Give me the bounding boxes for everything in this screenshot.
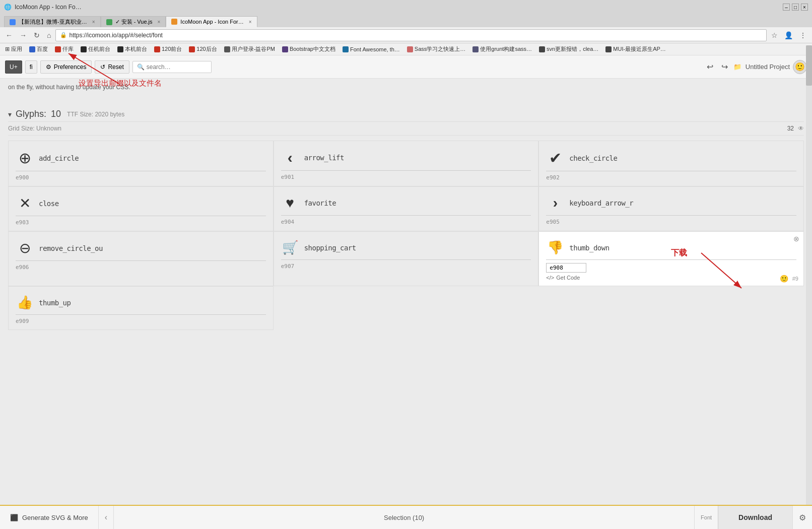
url-text: https://icomoon.io/app/#/select/font [69, 32, 762, 39]
preferences-label: Preferences [54, 63, 87, 71]
divider [16, 260, 266, 261]
prev-nav-button[interactable]: ‹ [99, 506, 114, 529]
bookmark-120b[interactable]: 120后台 [187, 45, 219, 53]
bookmark-baidu[interactable]: 百度 [27, 45, 50, 53]
preferences-button[interactable]: ⚙ Preferences [40, 60, 92, 74]
bookmark-bootstrap[interactable]: Bootstrap中文文档 [280, 45, 337, 53]
main-content: on the fly, without having to update you… [0, 79, 812, 340]
bookmark-svn-label: svn更新报错，clea… [547, 45, 598, 53]
search-icon: 🔍 [137, 63, 145, 71]
divider [546, 171, 796, 171]
bookmark-pm[interactable]: 用户登录-益谷PM [222, 45, 277, 53]
tab-favicon-icomoon [171, 19, 177, 25]
code-input[interactable] [546, 263, 586, 273]
bookmark-r1[interactable]: 任机前台 [79, 45, 112, 53]
thumb-up-code: e909 [16, 318, 266, 324]
download-button[interactable]: Download [718, 506, 792, 529]
annotation-area: 设置导出前缀以及文件名 [8, 94, 804, 124]
bookmark-r2[interactable]: 本机前台 [115, 45, 149, 53]
minimize-button[interactable]: – [783, 4, 790, 11]
forward-button[interactable]: → [17, 30, 29, 41]
bottom-bar: ⬛ Generate SVG & More ‹ Selection (10) F… [0, 505, 812, 529]
tab-icomoon[interactable]: IcoMoon App - Icon For… × [166, 16, 257, 27]
font-label-area: Font [694, 506, 718, 529]
reset-label: Reset [108, 63, 123, 71]
get-code-label: Get Code [556, 275, 580, 281]
scroll-thumb[interactable] [806, 45, 812, 86]
bookmark-qianku[interactable]: 仟库 [53, 45, 76, 53]
emoji-icon[interactable]: 🙂 [780, 275, 788, 283]
arrow-lift-name: arrow_lift [304, 154, 344, 162]
bookmark-qianku-label: 仟库 [62, 45, 74, 53]
title-bar-left: 🌐 IcoMoon App - Icon Fo… [4, 4, 82, 11]
bookmark-120b-label: 120后台 [196, 45, 217, 53]
bookmark-bootstrap-icon [282, 46, 288, 52]
tab-close-icomoon[interactable]: × [249, 19, 252, 25]
divider [16, 314, 266, 315]
gear-icon: ⚙ [46, 63, 51, 71]
bookmark-baidu-icon [29, 46, 35, 52]
icon-cell-thumb-up: 👍 thumb_up e909 [8, 286, 274, 330]
tab-favicon-vuejs [106, 19, 112, 25]
intro-paragraph: on the fly, without having to update you… [8, 84, 130, 91]
keyboard-arrow-r-glyph: › [546, 195, 564, 211]
menu-button[interactable]: ⋮ [797, 30, 809, 41]
font-label: fi [30, 63, 33, 71]
search-input[interactable] [147, 63, 207, 71]
browser-window: 🌐 IcoMoon App - Icon Fo… – □ × 【新消息】微博-亚… [0, 0, 812, 529]
bookmark-grunt[interactable]: 使用grunt构建sass… [470, 45, 534, 53]
maximize-button[interactable]: □ [792, 4, 799, 11]
add-circle-code: e900 [16, 174, 266, 181]
tab-close-vuejs[interactable]: × [158, 19, 161, 25]
bottom-settings-button[interactable]: ⚙ [792, 506, 812, 529]
thumb-up-name: thumb_up [39, 299, 71, 307]
ssl-icon: 🔒 [60, 32, 67, 38]
bookmark-mui[interactable]: MUI-最接近原生AP… [603, 45, 668, 53]
close-button[interactable]: × [801, 4, 808, 11]
eye-icon[interactable]: 👁 [798, 125, 804, 132]
unicode-button[interactable]: U+ [5, 60, 22, 74]
bookmark-sass-icon [407, 46, 413, 52]
bookmark-grunt-icon [472, 46, 479, 52]
grid-size-label: Grid Size: Unknown [8, 125, 61, 132]
reset-button[interactable]: ↺ Reset [95, 60, 129, 74]
back-button[interactable]: ← [3, 30, 15, 41]
project-name: Untitled Project [746, 63, 790, 71]
redo-button[interactable]: ↪ [719, 60, 730, 73]
get-code-button[interactable]: </> Get Code [546, 275, 796, 281]
font-button[interactable]: fi [25, 60, 37, 74]
nav-bar: ← → ↻ ⌂ 🔒 https://icomoon.io/app/#/selec… [0, 27, 812, 43]
favorite-name: favorite [304, 199, 336, 207]
icons-grid: ⊕ add_circle e900 ‹ arrow_lift e901 [8, 141, 804, 330]
project-area: 📁 Untitled Project [733, 63, 790, 71]
generate-button[interactable]: ⬛ Generate SVG & More [0, 506, 99, 529]
grid-right: 32 👁 [787, 125, 804, 132]
divider [16, 216, 266, 216]
remove-icon[interactable]: ⊗ [793, 235, 799, 243]
home-button[interactable]: ⌂ [44, 30, 53, 41]
tab-vuejs[interactable]: ✓ 安装 - Vue.js × [101, 16, 166, 27]
bookmark-fontawesome[interactable]: Font Awesome, th… [341, 46, 402, 53]
profile-button[interactable]: 👤 [782, 30, 795, 41]
add-circle-name: add_circle [39, 154, 79, 162]
bookmark-120a[interactable]: 120前台 [152, 45, 184, 53]
bookmark-pm-label: 用户登录-益谷PM [232, 45, 275, 53]
bookmark-r2-icon [117, 46, 123, 52]
check-circle-glyph: ✔ [546, 149, 564, 167]
tab-label-vuejs: ✓ 安装 - Vue.js [115, 18, 153, 26]
bookmark-star-button[interactable]: ☆ [769, 30, 780, 41]
user-avatar[interactable]: 🙂 [793, 60, 807, 74]
undo-button[interactable]: ↩ [704, 60, 716, 73]
bookmark-sass[interactable]: Sass学习之快速上… [405, 45, 467, 53]
tab-weibo[interactable]: 【新消息】微博-亚真职业… × [4, 16, 101, 27]
search-box[interactable]: 🔍 [132, 61, 212, 73]
tab-close-weibo[interactable]: × [92, 19, 95, 25]
keyboard-arrow-r-code: e905 [546, 219, 796, 225]
bookmark-apps[interactable]: ⊞ 应用 [3, 45, 24, 53]
address-bar[interactable]: 🔒 https://icomoon.io/app/#/select/font [55, 29, 767, 41]
bookmark-svn[interactable]: svn更新报错，clea… [537, 45, 600, 53]
bookmark-fa-icon [343, 46, 349, 52]
intro-text: on the fly, without having to update you… [8, 79, 804, 94]
reload-button[interactable]: ↻ [31, 30, 42, 41]
bookmark-mui-label: MUI-最接近原生AP… [613, 45, 666, 53]
